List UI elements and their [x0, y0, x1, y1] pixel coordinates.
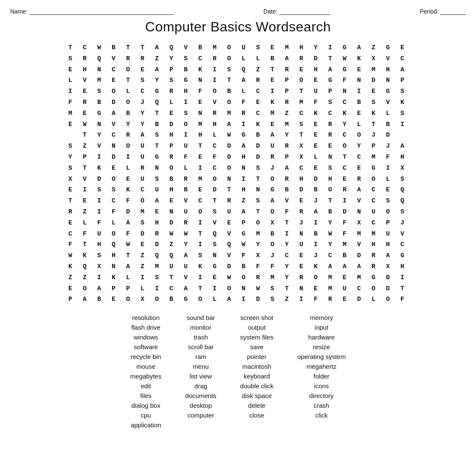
- word-list-item: scroll bar: [173, 342, 228, 352]
- name-underline: [29, 8, 174, 15]
- word-list-item: cpu: [118, 410, 173, 420]
- word-list-item: recycle bin: [118, 352, 173, 362]
- word-list-item: system files: [228, 332, 285, 342]
- word-list-item: megahertz: [285, 362, 358, 371]
- word-list-item: save: [228, 342, 285, 352]
- grid-row: Z Z I K L I S T V I E W O R M Y R O M E …: [68, 272, 408, 283]
- word-list-item: keyboard: [228, 371, 285, 381]
- word-list-item: software: [118, 342, 173, 352]
- grid-row: E I S S K C U H B E D T H N G B D B O R …: [68, 185, 408, 196]
- word-list-item: [285, 420, 358, 430]
- grid-row: S Z V N O U T P U T C D A D U R X E E O …: [68, 141, 408, 152]
- word-list-item: desktop: [173, 401, 228, 410]
- date-label: Date:: [263, 8, 277, 15]
- word-list-item: documents: [173, 391, 228, 401]
- word-list-item: crash: [285, 401, 358, 410]
- period-field: Period:: [420, 8, 466, 15]
- word-list-row: dialog boxdesktopdeletecrash: [118, 401, 358, 410]
- word-list-item: disk space: [228, 391, 285, 401]
- word-list-item: click: [285, 410, 358, 420]
- period-underline: [440, 8, 466, 15]
- word-list-item: application: [118, 420, 173, 430]
- word-list-item: output: [228, 322, 285, 332]
- period-label: Period:: [420, 8, 439, 15]
- word-list-row: softwarescroll barsaveresize: [118, 342, 358, 352]
- word-list-item: memory: [285, 313, 358, 322]
- word-list-item: mouse: [118, 362, 173, 371]
- grid-row: L V M E T S Y S G N I T A R E P O E G F …: [68, 75, 408, 86]
- word-list-row: megabyteslist viewkeyboardfolder: [118, 371, 358, 381]
- word-list-table: resolutionsound barscreen shotmemoryflas…: [118, 313, 358, 430]
- grid-row: E W N V Y Y B D O M H A I K E M S E R Y …: [68, 119, 408, 130]
- word-list-item: resolution: [118, 313, 173, 322]
- page-title: Computer Basics Wordsearch: [10, 19, 466, 35]
- word-list-item: ram: [173, 352, 228, 362]
- word-list-row: flash drivemonitoroutputinput: [118, 322, 358, 332]
- word-list-row: application: [118, 420, 358, 430]
- grid-row: E L F L A S H D R I V E P O X T J I Y F …: [68, 218, 408, 229]
- word-list-item: files: [118, 391, 173, 401]
- grid-row: X V D O E U S B R M O N I T O R H D H E …: [68, 174, 408, 185]
- grid-row: T C W B T T A Q V B M O U S E M H Y I G …: [68, 42, 408, 53]
- word-list-item: edit: [118, 381, 173, 391]
- date-underline: [279, 8, 330, 15]
- grid-row: M E G A B Y T E S N R M R C M Z C K C K …: [68, 108, 408, 119]
- word-list-row: filesdocumentsdisk spacedirectory: [118, 391, 358, 401]
- word-list-row: mousemenumacintoshmegahertz: [118, 362, 358, 371]
- word-list-item: dialog box: [118, 401, 173, 410]
- name-field: Name:: [10, 8, 174, 15]
- word-list-item: double click: [228, 381, 285, 391]
- date-field: Date:: [263, 8, 330, 15]
- word-list-item: delete: [228, 401, 285, 410]
- word-list-item: list view: [173, 371, 228, 381]
- grid-row: W K S H T Z Q Q A S N V F X J C E J C B …: [68, 250, 408, 261]
- word-list-row: cpucomputercloseclick: [118, 410, 358, 420]
- word-list-item: input: [285, 322, 358, 332]
- word-list-item: trash: [173, 332, 228, 342]
- word-list-item: computer: [173, 410, 228, 420]
- word-list-item: windows: [118, 332, 173, 342]
- grid-row: S R Q V R R Z Y S C R O L L B A R D T W …: [68, 53, 408, 64]
- word-list-item: icons: [285, 381, 358, 391]
- grid-row: F T H Q W E D Z Y I S Q W Y O Y U I Y M …: [68, 239, 408, 250]
- grid-row: E H N C O E A P B K I S Q Z T R E H A G …: [68, 64, 408, 76]
- word-list-row: resolutionsound barscreen shotmemory: [118, 313, 358, 322]
- grid-row: E O A P P L I C A T I O N W S T N E M U …: [68, 283, 408, 294]
- grid-row: T E I C F O A E V C T R Z S A V E J T I …: [68, 196, 408, 207]
- word-list-item: [173, 420, 228, 430]
- word-list-row: windowstrashsystem fileshardware: [118, 332, 358, 342]
- word-list-row: editdragdouble clickicons: [118, 381, 358, 391]
- word-list-item: hardware: [285, 332, 358, 342]
- word-list-item: flash drive: [118, 322, 173, 332]
- word-search-grid: T C W B T T A Q V B M O U S E M H Y I G …: [10, 42, 466, 305]
- grid-row: T Y C R A S H I H L W G B A Y T E R C O …: [68, 130, 408, 141]
- word-list-row: recycle binrampointeroperating system: [118, 352, 358, 362]
- word-list-item: megabytes: [118, 371, 173, 381]
- grid-row: R Z I F D M E N U O S U A T O F R A B D …: [68, 207, 408, 218]
- grid-row: I E S O L C G R H F O B L C I P T U P N …: [68, 86, 408, 97]
- name-label: Name:: [10, 8, 28, 15]
- word-list-item: [228, 420, 285, 430]
- word-list-item: sound bar: [173, 313, 228, 322]
- grid-row: Y P I D I U G R F E F D H D R P X L N T …: [68, 152, 408, 163]
- grid-row: C F U O F D R W W T Q V G M B I N B W F …: [68, 229, 408, 240]
- header-bar: Name: Date: Period:: [10, 8, 466, 15]
- word-list-item: menu: [173, 362, 228, 371]
- word-list-item: screen shot: [228, 313, 285, 322]
- word-list-item: pointer: [228, 352, 285, 362]
- word-list-item: directory: [285, 391, 358, 401]
- grid-row: S T K E L R N O L I C O N S J A C E S C …: [68, 163, 408, 174]
- grid-row: P A B E O X O B G O L A I D S Z I F R E …: [68, 294, 408, 305]
- grid-row: K Q X N A Z M U U K G D B F F Y E K A A …: [68, 261, 408, 272]
- word-list-item: macintosh: [228, 362, 285, 371]
- word-list-item: close: [228, 410, 285, 420]
- word-list-item: operating system: [285, 352, 358, 362]
- word-list-section: resolutionsound barscreen shotmemoryflas…: [10, 313, 466, 430]
- grid-row: F R B D O J Q L I E V O F E K R M F S C …: [68, 97, 408, 108]
- word-list-item: drag: [173, 381, 228, 391]
- grid-content: T C W B T T A Q V B M O U S E M H Y I G …: [68, 42, 408, 305]
- word-list-item: folder: [285, 371, 358, 381]
- word-list-item: resize: [285, 342, 358, 352]
- word-list-item: monitor: [173, 322, 228, 332]
